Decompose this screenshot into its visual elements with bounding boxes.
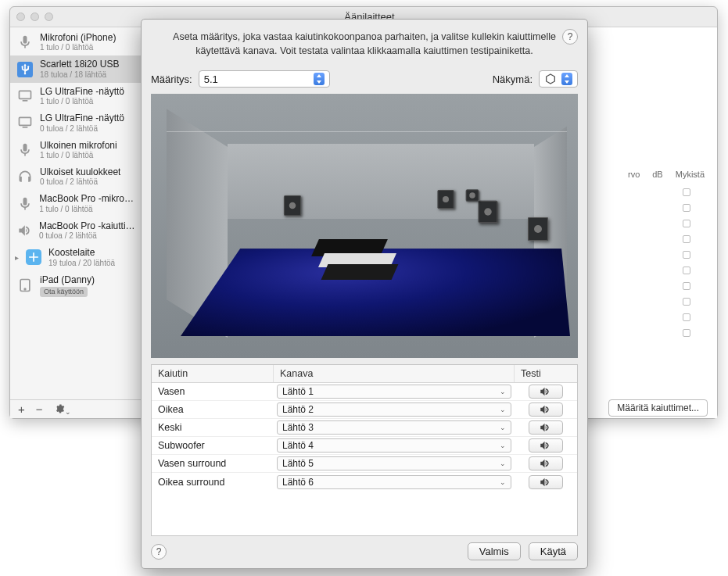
- settings-gear-icon[interactable]: ⌄: [54, 403, 71, 416]
- speaker-channel-table: Kaiutin Kanava Testi Vasen Lähtö 1⌄ Oike…: [151, 364, 578, 536]
- speaker-center-icon[interactable]: [479, 201, 498, 224]
- device-name: Mikrofoni (iPhone): [40, 32, 116, 43]
- device-io-label: 1 tulo / 0 lähtöä: [40, 43, 116, 52]
- display-icon: [16, 88, 34, 105]
- bg-col-db: dB: [652, 170, 662, 179]
- table-row: Vasen Lähtö 1⌄: [152, 383, 577, 401]
- device-io-label: 1 tulo / 0 lähtöä: [40, 97, 124, 106]
- table-row: Keski Lähtö 3⌄: [152, 419, 577, 437]
- headphones-icon: [16, 168, 34, 185]
- done-button[interactable]: Valmis: [468, 542, 521, 560]
- device-list: Mikrofoni (iPhone)1 tulo / 0 lähtöä Scar…: [10, 27, 142, 399]
- mic-icon: [16, 34, 34, 51]
- usb-icon: [16, 61, 34, 78]
- device-io-label: 18 tuloa / 18 lähtöä: [40, 70, 119, 80]
- mic-icon: [16, 141, 34, 159]
- configuration-value: 5.1: [204, 73, 218, 85]
- device-io-label: 1 tulo / 0 lähtöä: [39, 205, 136, 214]
- channel-select[interactable]: Lähtö 5⌄: [277, 456, 511, 470]
- table-row: Oikea surround Lähtö 6⌄: [152, 473, 577, 491]
- th-channel: Kanava: [274, 365, 515, 382]
- speaker-name-cell: Subwoofer: [152, 440, 274, 451]
- test-speaker-button[interactable]: [529, 420, 563, 435]
- remove-device-button[interactable]: −: [36, 403, 43, 415]
- device-item[interactable]: iPad (Danny)Ota käyttöön: [10, 271, 142, 300]
- device-item[interactable]: Ulkoiset kuulokkeet0 tuloa / 2 lähtöä: [10, 163, 142, 190]
- speaker-name-cell: Keski: [152, 422, 274, 433]
- channel-select[interactable]: Lähtö 1⌄: [277, 385, 511, 399]
- speaker-front-left-icon[interactable]: [284, 195, 301, 216]
- device-name: Koostelaite: [48, 247, 115, 258]
- svg-rect-1: [20, 91, 31, 98]
- device-item[interactable]: LG UltraFine -näyttö0 tuloa / 2 lähtöä: [10, 109, 142, 136]
- bg-mute-checkboxes: [683, 188, 690, 337]
- speaker-icon: [16, 222, 33, 239]
- subwoofer-icon[interactable]: [466, 190, 479, 202]
- traffic-lights[interactable]: [16, 13, 53, 21]
- help-button[interactable]: ?: [562, 29, 578, 45]
- channel-select[interactable]: Lähtö 6⌄: [277, 475, 511, 489]
- aggregate-icon: [25, 249, 42, 266]
- th-test: Testi: [515, 365, 577, 382]
- apply-button[interactable]: Käytä: [529, 542, 578, 560]
- device-name: Ulkoiset kuulokkeet: [40, 166, 120, 177]
- device-io-label: 0 tuloa / 2 lähtöä: [40, 124, 124, 134]
- device-name: MacBook Pro -kaiuttimet: [39, 220, 136, 231]
- test-speaker-button[interactable]: [529, 385, 563, 399]
- device-name: MacBook Pro -mikrofoni: [39, 193, 136, 204]
- device-name: Scarlett 18i20 USB: [40, 59, 119, 70]
- configure-speakers-button[interactable]: Määritä kaiuttimet...: [608, 399, 708, 417]
- speaker-config-modal: ? Aseta määritys, joka vastaa kaiutinkok…: [141, 19, 588, 569]
- ipad-icon: [16, 277, 34, 294]
- device-io-label: 0 tuloa / 2 lähtöä: [39, 231, 136, 241]
- th-speaker: Kaiutin: [152, 365, 274, 382]
- view-select[interactable]: [539, 70, 578, 88]
- device-item[interactable]: Scarlett 18i20 USB18 tuloa / 18 lähtöä: [10, 55, 142, 82]
- speaker-name-cell: Oikea: [152, 404, 274, 415]
- channel-select[interactable]: Lähtö 3⌄: [277, 420, 511, 435]
- svg-rect-2: [20, 118, 31, 126]
- test-speaker-button[interactable]: [529, 402, 563, 417]
- device-item[interactable]: Mikrofoni (iPhone)1 tulo / 0 lähtöä: [10, 29, 142, 55]
- minimize-dot-icon[interactable]: [30, 13, 39, 21]
- device-io-label: 1 tulo / 0 lähtöä: [40, 151, 117, 160]
- device-item[interactable]: ▸ Koostelaite19 tuloa / 20 lähtöä: [10, 244, 142, 270]
- footer-help-button[interactable]: ?: [151, 544, 167, 560]
- device-io-label: 19 tuloa / 20 lähtöä: [48, 259, 115, 268]
- test-speaker-button[interactable]: [529, 475, 563, 489]
- config-label: Määritys:: [151, 73, 192, 85]
- speaker-surround-right-icon[interactable]: [528, 217, 548, 241]
- device-name: Ulkoinen mikrofoni: [40, 140, 117, 151]
- table-row: Oikea Lähtö 2⌄: [152, 401, 577, 419]
- test-speaker-button[interactable]: [529, 438, 563, 453]
- speaker-name-cell: Oikea surround: [152, 477, 274, 488]
- configuration-select[interactable]: 5.1: [199, 70, 330, 88]
- speaker-3d-visualization[interactable]: [151, 94, 578, 358]
- device-name: LG UltraFine -näyttö: [40, 113, 124, 123]
- speaker-front-right-icon[interactable]: [438, 190, 454, 209]
- sidebar-footer: + − ⌄: [10, 399, 142, 418]
- device-item[interactable]: MacBook Pro -mikrofoni1 tulo / 0 lähtöä: [10, 190, 142, 216]
- table-row: Vasen surround Lähtö 5⌄: [152, 455, 577, 473]
- bg-col-rvo: rvo: [628, 170, 640, 179]
- mic-icon: [16, 195, 33, 213]
- device-item[interactable]: Ulkoinen mikrofoni1 tulo / 0 lähtöä: [10, 137, 142, 163]
- select-arrows-icon: [561, 73, 572, 85]
- display-icon: [16, 114, 34, 131]
- zoom-dot-icon[interactable]: [45, 13, 53, 21]
- device-item[interactable]: MacBook Pro -kaiuttimet0 tuloa / 2 lähtö…: [10, 217, 142, 244]
- enable-badge[interactable]: Ota käyttöön: [40, 287, 88, 297]
- device-name: iPad (Danny): [40, 274, 95, 285]
- channel-select[interactable]: Lähtö 2⌄: [277, 402, 511, 417]
- channel-select[interactable]: Lähtö 4⌄: [277, 438, 511, 453]
- bg-col-mute: Mykistä: [676, 170, 705, 179]
- close-dot-icon[interactable]: [16, 13, 25, 21]
- add-device-button[interactable]: +: [18, 403, 25, 415]
- device-item[interactable]: LG UltraFine -näyttö1 tulo / 0 lähtöä: [10, 83, 142, 109]
- table-row: Subwoofer Lähtö 4⌄: [152, 437, 577, 455]
- svg-point-5: [24, 288, 26, 290]
- test-speaker-button[interactable]: [529, 456, 563, 470]
- view-label: Näkymä:: [493, 73, 533, 85]
- speaker-name-cell: Vasen surround: [152, 458, 274, 469]
- select-arrows-icon: [314, 73, 325, 85]
